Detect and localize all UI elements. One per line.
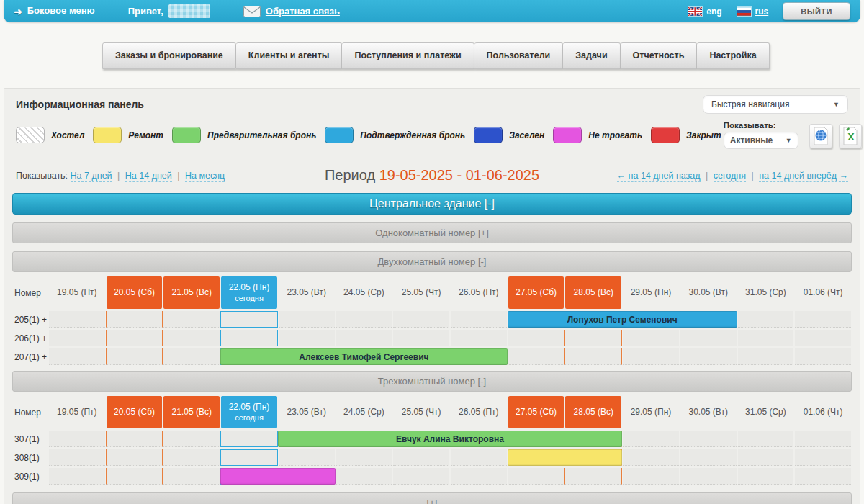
calendar-cell[interactable]: [738, 449, 794, 466]
calendar-cell[interactable]: [336, 449, 392, 466]
calendar-cell[interactable]: [279, 311, 335, 328]
tab-receipts-payments[interactable]: Поступления и платежи: [342, 42, 474, 69]
calendar-cell[interactable]: [106, 468, 163, 485]
calendar-cell[interactable]: [738, 431, 794, 447]
calendar-cell[interactable]: [49, 330, 105, 346]
calendar-cell[interactable]: [106, 449, 163, 466]
period-forward-link[interactable]: на 14 дней вперёд →: [759, 171, 848, 182]
tab-clients-agents[interactable]: Клиенты и агенты: [236, 42, 343, 69]
calendar-cell[interactable]: [220, 330, 278, 346]
calendar-cell[interactable]: [623, 431, 679, 447]
calendar-cell[interactable]: [680, 468, 737, 485]
calendar-cell[interactable]: [564, 330, 622, 346]
status-filter-select[interactable]: Активные ▼: [724, 132, 798, 149]
calendar-cell[interactable]: [220, 311, 278, 328]
calendar-cell[interactable]: [163, 311, 220, 328]
calendar-cell[interactable]: [163, 468, 220, 485]
calendar-cell[interactable]: [795, 468, 851, 485]
calendar-cell[interactable]: [795, 449, 851, 466]
range-month-link[interactable]: На месяц: [185, 171, 225, 182]
calendar-cell[interactable]: [220, 449, 278, 466]
tab-users[interactable]: Пользователи: [474, 42, 564, 69]
calendar-cell[interactable]: [49, 348, 105, 365]
section-expand-more[interactable]: [+]: [12, 492, 852, 504]
calendar-cell[interactable]: [336, 468, 392, 485]
calendar-cell[interactable]: [49, 449, 105, 466]
calendar-cell[interactable]: [451, 468, 507, 485]
booking-bar[interactable]: Евчук Алина Викторовна: [278, 431, 622, 447]
calendar-cell[interactable]: [106, 330, 163, 346]
building-header[interactable]: Центральное здание [-]: [12, 193, 852, 215]
calendar-cell[interactable]: [163, 330, 220, 346]
calendar-cell[interactable]: [508, 348, 565, 365]
section-three-room[interactable]: Трехкомнатный номер [-]: [12, 371, 852, 392]
calendar-cell[interactable]: [163, 348, 220, 365]
booking-bar[interactable]: [220, 468, 335, 485]
room-label[interactable]: 205(1) +: [12, 311, 48, 328]
calendar-cell[interactable]: [795, 311, 851, 328]
quick-nav-select[interactable]: Быстрая навигация ▼: [703, 95, 848, 114]
calendar-cell[interactable]: [393, 330, 449, 346]
calendar-cell[interactable]: [451, 311, 507, 328]
tab-orders-booking[interactable]: Заказы и бронирование: [102, 42, 236, 69]
range-7-days-link[interactable]: На 7 дней: [71, 171, 112, 182]
calendar-cell[interactable]: [564, 468, 622, 485]
calendar-cell[interactable]: [623, 449, 679, 466]
section-one-room-collapsed[interactable]: Однокомнатный номер [+]: [12, 222, 852, 243]
calendar-cell[interactable]: [393, 468, 449, 485]
calendar-cell[interactable]: [49, 468, 105, 485]
calendar-cell[interactable]: [279, 449, 335, 466]
calendar-cell[interactable]: [220, 431, 278, 447]
calendar-cell[interactable]: [680, 431, 737, 447]
tab-settings[interactable]: Настройка: [697, 42, 769, 69]
period-back-link[interactable]: ← на 14 дней назад: [617, 171, 701, 182]
calendar-cell[interactable]: [623, 330, 679, 346]
room-label[interactable]: 206(1) +: [12, 330, 48, 346]
excel-export-icon[interactable]: X: [839, 124, 862, 148]
calendar-cell[interactable]: [795, 431, 851, 447]
calendar-cell[interactable]: [336, 311, 392, 328]
calendar-cell[interactable]: [336, 330, 392, 346]
globe-export-icon[interactable]: [809, 124, 832, 148]
calendar-cell[interactable]: [680, 348, 737, 365]
calendar-cell[interactable]: [564, 348, 622, 365]
calendar-cell[interactable]: [49, 311, 105, 328]
calendar-cell[interactable]: [623, 348, 679, 365]
calendar-cell[interactable]: [393, 311, 449, 328]
section-two-room[interactable]: Двухкомнатный номер [-]: [12, 251, 852, 272]
feedback-link[interactable]: Обратная связь: [243, 6, 340, 17]
lang-eng[interactable]: eng: [688, 6, 721, 17]
calendar-cell[interactable]: [451, 449, 507, 466]
calendar-cell[interactable]: [623, 468, 679, 485]
calendar-cell[interactable]: [106, 311, 163, 328]
lang-rus[interactable]: rus: [737, 6, 769, 17]
calendar-cell[interactable]: [451, 330, 507, 346]
calendar-cell[interactable]: [738, 330, 794, 346]
calendar-cell[interactable]: [163, 431, 220, 447]
calendar-cell[interactable]: [279, 330, 335, 346]
period-today-link[interactable]: сегодня: [714, 171, 746, 182]
calendar-cell[interactable]: [738, 348, 794, 365]
calendar-cell[interactable]: [795, 330, 851, 346]
side-menu-toggle[interactable]: ➜ Боковое меню: [14, 5, 95, 17]
room-label[interactable]: 307(1): [12, 431, 48, 447]
room-label[interactable]: 207(1) +: [12, 348, 48, 365]
tab-tasks[interactable]: Задачи: [563, 42, 620, 69]
booking-bar[interactable]: Алексеев Тимофей Сергеевич: [220, 348, 508, 365]
room-label[interactable]: 308(1): [12, 449, 48, 466]
tab-reports[interactable]: Отчетность: [621, 42, 698, 69]
room-label[interactable]: 309(1): [12, 468, 48, 485]
calendar-cell[interactable]: [738, 311, 794, 328]
calendar-cell[interactable]: [393, 449, 449, 466]
booking-bar[interactable]: [508, 449, 622, 466]
logout-button[interactable]: выйти: [783, 2, 850, 20]
booking-bar[interactable]: Лопухов Петр Семенович: [508, 311, 737, 328]
calendar-cell[interactable]: [106, 431, 163, 447]
calendar-cell[interactable]: [508, 468, 565, 485]
calendar-cell[interactable]: [508, 330, 565, 346]
calendar-cell[interactable]: [49, 431, 105, 447]
calendar-cell[interactable]: [738, 468, 794, 485]
calendar-cell[interactable]: [680, 330, 737, 346]
calendar-cell[interactable]: [163, 449, 220, 466]
calendar-cell[interactable]: [680, 449, 737, 466]
